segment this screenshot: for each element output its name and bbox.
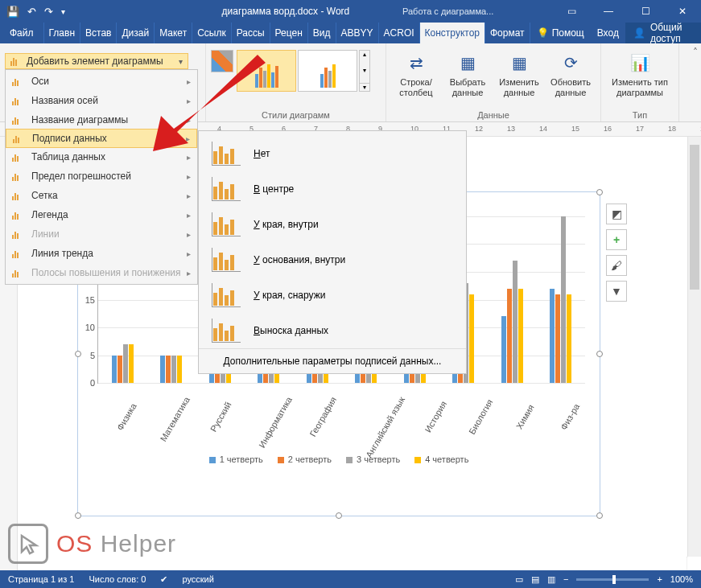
- window-close-icon[interactable]: ✕: [664, 0, 701, 23]
- submenu-option-2[interactable]: У края, внутри: [199, 207, 466, 242]
- switch-icon: ⇄: [403, 50, 429, 76]
- style-thumb-1[interactable]: [237, 50, 296, 92]
- tab-chart-format[interactable]: Формат: [485, 23, 530, 43]
- tab-references[interactable]: Ссылк: [192, 23, 232, 43]
- style-thumb-2[interactable]: [298, 50, 357, 92]
- titlebar: 💾 ↶ ↷ ▾ диаграмма ворд.docx - Word Работ…: [0, 0, 701, 23]
- chart-layout-options-icon[interactable]: ◩: [606, 204, 627, 224]
- add-chart-element-button[interactable]: Добавить элемент диаграммы: [5, 53, 188, 69]
- refresh-icon: ⟳: [558, 50, 583, 76]
- bars-icon: [212, 212, 241, 236]
- submenu-option-1[interactable]: В центре: [199, 171, 466, 207]
- tab-review[interactable]: Рецен: [270, 23, 308, 43]
- collapse-ribbon-icon[interactable]: ˄: [693, 47, 698, 58]
- chart-styles-gallery[interactable]: [237, 50, 357, 92]
- chart-icon: [12, 210, 23, 220]
- bulb-icon: 💡: [537, 27, 549, 39]
- chart-icon: [10, 56, 22, 66]
- chart-icon: [12, 191, 23, 200]
- scrollbar-thumb[interactable]: [690, 145, 699, 290]
- view-print-icon[interactable]: ▤: [531, 574, 539, 585]
- zoom-out-icon[interactable]: −: [563, 574, 568, 584]
- legend-item-3[interactable]: 3 четверть: [346, 454, 400, 464]
- data-labels-submenu: НетВ центреУ края, внутриУ основания, вн…: [198, 130, 467, 374]
- change-colors-button[interactable]: [211, 50, 233, 72]
- menu-item-legend[interactable]: Легенда: [6, 205, 197, 224]
- chart-filters-icon[interactable]: ▼: [606, 281, 627, 302]
- menu-item-data-labels[interactable]: Подписи данных: [6, 129, 197, 148]
- tab-home[interactable]: Главн: [44, 23, 81, 43]
- submenu-option-4[interactable]: У края, снаружи: [199, 278, 466, 313]
- window-minimize-icon[interactable]: —: [590, 0, 627, 23]
- tab-insert[interactable]: Встав: [80, 23, 117, 43]
- chart-legend[interactable]: 1 четверть 2 четверть 3 четверть 4 четве…: [78, 454, 600, 464]
- qat-save-icon[interactable]: 💾: [6, 6, 19, 18]
- chart-icon: [12, 229, 23, 239]
- select-data-button[interactable]: ▦Выбрать данные: [443, 47, 493, 98]
- contextual-tab-title: Работа с диаграмма...: [402, 6, 493, 16]
- zoom-level[interactable]: 100%: [670, 574, 693, 584]
- menu-item-gridlines[interactable]: Сетка: [6, 186, 197, 205]
- menu-item-data-table[interactable]: Таблица данных: [6, 147, 197, 167]
- menu-item-chart-title[interactable]: Название диаграммы: [6, 110, 197, 130]
- qat-undo-icon[interactable]: ↶: [27, 6, 36, 18]
- menu-item-lines: Линии: [6, 224, 197, 244]
- submenu-option-0[interactable]: Нет: [199, 136, 466, 171]
- menu-item-axis-titles[interactable]: Названия осей: [6, 91, 197, 110]
- vertical-scrollbar[interactable]: [687, 137, 701, 557]
- status-page[interactable]: Страница 1 из 1: [8, 574, 74, 584]
- zoom-in-icon[interactable]: +: [657, 574, 662, 584]
- tab-design[interactable]: Дизай: [117, 23, 155, 43]
- zoom-slider[interactable]: [576, 578, 649, 581]
- chart-styles-icon[interactable]: 🖌: [606, 255, 627, 276]
- tab-mailings[interactable]: Рассы: [232, 23, 270, 43]
- legend-item-1[interactable]: 1 четверть: [209, 454, 263, 464]
- window-maximize-icon[interactable]: ☐: [627, 0, 664, 23]
- tab-layout[interactable]: Макет: [155, 23, 192, 43]
- chart-floating-buttons: ◩ + 🖌 ▼: [606, 204, 627, 302]
- qat-customize-icon[interactable]: ▾: [61, 7, 65, 16]
- submenu-option-3[interactable]: У основания, внутри: [199, 242, 466, 278]
- tab-abbyy[interactable]: ABBYY: [336, 23, 379, 43]
- menu-item-trendline[interactable]: Линия тренда: [6, 244, 197, 263]
- status-language[interactable]: русский: [182, 574, 213, 584]
- sign-in-button[interactable]: Вход: [591, 27, 625, 39]
- submenu-more-options[interactable]: Дополнительные параметры подписей данных…: [199, 348, 466, 373]
- chart-icon: [13, 134, 24, 143]
- share-button[interactable]: 👤Общий доступ: [625, 23, 701, 43]
- add-chart-element-menu: ОсиНазвания осейНазвание диаграммыПодпис…: [5, 69, 198, 285]
- menu-item-axes[interactable]: Оси: [6, 72, 197, 91]
- tab-view[interactable]: Вид: [308, 23, 336, 43]
- gallery-more-icon[interactable]: ▾: [360, 83, 369, 91]
- tab-file[interactable]: Файл: [0, 23, 44, 43]
- switch-row-col-button[interactable]: ⇄Строка/ столбец: [391, 47, 441, 98]
- menu-item-error-bars[interactable]: Предел погрешностей: [6, 167, 197, 186]
- watermark: OS Helper: [8, 524, 176, 564]
- ribbon-display-options-icon[interactable]: ▭: [553, 0, 590, 23]
- chart-icon: [12, 249, 23, 258]
- bars-icon: [212, 248, 241, 272]
- qat-redo-icon[interactable]: ↷: [44, 6, 53, 18]
- tell-me-button[interactable]: 💡Помощ: [530, 27, 591, 39]
- status-proofing-icon[interactable]: ✔: [160, 574, 167, 585]
- menu-item-updown-bars: Полосы повышения и понижения: [6, 263, 197, 282]
- chart-elements-icon[interactable]: +: [606, 229, 627, 250]
- tab-chart-design[interactable]: Конструктор: [420, 23, 485, 43]
- gallery-up-icon[interactable]: ▴: [360, 51, 369, 58]
- legend-item-4[interactable]: 4 четверть: [414, 454, 468, 464]
- chart-icon: [12, 115, 23, 125]
- cursor-icon: [8, 524, 48, 564]
- refresh-data-button[interactable]: ⟳Обновить данные: [546, 47, 596, 98]
- group-label-type: Тип: [606, 109, 674, 120]
- legend-item-2[interactable]: 2 четверть: [278, 454, 332, 464]
- submenu-option-5[interactable]: Выноска данных: [199, 313, 466, 348]
- view-web-icon[interactable]: ▥: [547, 574, 555, 585]
- gallery-down-icon[interactable]: ▾: [360, 67, 369, 74]
- tab-acrobat[interactable]: ACROI: [379, 23, 420, 43]
- change-chart-type-button[interactable]: 📊Изменить тип диаграммы: [606, 47, 674, 98]
- bars-icon: [212, 319, 241, 343]
- edit-data-button[interactable]: ▦Изменить данные: [494, 47, 544, 98]
- bars-icon: [212, 177, 241, 201]
- view-read-icon[interactable]: ▭: [515, 574, 523, 585]
- status-word-count[interactable]: Число слов: 0: [89, 574, 146, 584]
